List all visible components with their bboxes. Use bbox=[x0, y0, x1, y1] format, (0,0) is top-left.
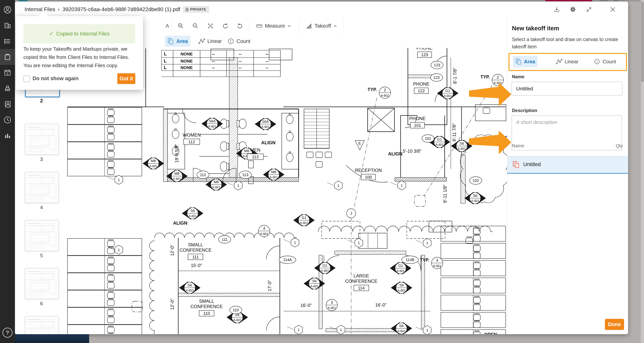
background-glyph bbox=[613, 0, 618, 1]
page-thumbnails: 234567 bbox=[15, 48, 63, 334]
sidebar-item-help[interactable]: ? bbox=[0, 328, 15, 338]
svg-text:A-601: A-601 bbox=[149, 165, 158, 168]
help-icon: ? bbox=[2, 328, 12, 338]
description-input[interactable] bbox=[512, 116, 622, 150]
svg-text:A-601: A-601 bbox=[398, 289, 406, 292]
svg-text:NONE: NONE bbox=[180, 52, 193, 56]
area-icon bbox=[167, 38, 174, 45]
chevron-down-icon bbox=[287, 24, 291, 28]
svg-text:5'-10 3/8": 5'-10 3/8" bbox=[403, 149, 422, 154]
thumbnail-page-5[interactable] bbox=[25, 220, 59, 251]
sidebar-item-history[interactable] bbox=[0, 112, 15, 128]
svg-text:G1: G1 bbox=[398, 264, 403, 268]
zoom-in-button[interactable] bbox=[177, 22, 184, 30]
svg-text:19'-9 5/8": 19'-9 5/8" bbox=[174, 144, 179, 163]
expand-icon bbox=[586, 6, 592, 13]
rotate-cw-button[interactable] bbox=[222, 22, 229, 30]
svg-text:SMALL: SMALL bbox=[199, 298, 214, 304]
svg-text:S6: S6 bbox=[473, 194, 477, 198]
panel-count-tool[interactable]: 1 Count bbox=[592, 56, 618, 67]
svg-text:1: 1 bbox=[298, 328, 300, 332]
svg-text:G1: G1 bbox=[445, 89, 450, 93]
thumbnail-page-6[interactable] bbox=[25, 268, 59, 299]
download-icon bbox=[553, 6, 560, 13]
sidebar-item-reports[interactable] bbox=[0, 128, 15, 144]
clock-icon bbox=[3, 116, 12, 124]
linear-tool-button[interactable]: Linear bbox=[198, 36, 222, 47]
svg-text:A-601: A-601 bbox=[494, 81, 502, 85]
svg-text:17'-0": 17'-0" bbox=[267, 280, 272, 291]
do-not-show-checkbox[interactable] bbox=[24, 76, 30, 82]
got-it-button[interactable]: Got it bbox=[117, 73, 135, 84]
svg-text:123: 123 bbox=[421, 52, 428, 57]
thumbnail-label: 6 bbox=[25, 301, 58, 306]
page-scrollbar-thumb[interactable] bbox=[641, 2, 644, 82]
expand-button[interactable] bbox=[585, 6, 593, 13]
sidebar-item-selections[interactable] bbox=[0, 81, 15, 96]
clipboard-icon bbox=[3, 53, 12, 61]
thumbnail-page-7[interactable] bbox=[25, 316, 59, 334]
svg-text:A-601: A-601 bbox=[208, 125, 216, 128]
svg-text:1: 1 bbox=[237, 184, 240, 188]
partial-text-tool[interactable]: A bbox=[166, 23, 169, 29]
svg-text:TYP.: TYP. bbox=[480, 75, 490, 79]
done-button[interactable]: Done bbox=[605, 319, 624, 330]
count-tool-button[interactable]: 1 Count bbox=[226, 36, 252, 47]
svg-text:110: 110 bbox=[203, 311, 210, 316]
svg-text:A-601: A-601 bbox=[328, 306, 336, 310]
count-icon: 1 bbox=[594, 58, 600, 65]
panel-linear-tool[interactable]: Linear bbox=[556, 56, 579, 67]
popup-body: To keep your Takeoffs and Markups privat… bbox=[24, 45, 138, 70]
svg-text:12'-0": 12'-0" bbox=[170, 245, 175, 256]
sidebar-item-user[interactable] bbox=[0, 2, 15, 18]
svg-text:102: 102 bbox=[472, 178, 479, 183]
svg-text:L: L bbox=[164, 58, 167, 64]
svg-text:3: 3 bbox=[330, 300, 333, 304]
svg-text:S6: S6 bbox=[188, 283, 192, 287]
svg-text:A-601: A-601 bbox=[212, 186, 220, 189]
svg-text:1: 1 bbox=[426, 241, 428, 245]
background-page-accent bbox=[545, 0, 592, 1]
download-button[interactable] bbox=[553, 6, 560, 13]
sidebar-item-contacts[interactable] bbox=[0, 96, 15, 112]
svg-text:A-601: A-601 bbox=[396, 269, 405, 273]
takeoff-item-row[interactable]: Untitled bbox=[507, 156, 628, 174]
takeoff-menu[interactable]: Takeoff bbox=[299, 17, 344, 35]
svg-text:S6A: S6A bbox=[262, 120, 269, 124]
drawing-canvas[interactable]: LNONE------LNONE------LNONE------S6AA-60… bbox=[63, 48, 507, 334]
sidebar-item-company[interactable] bbox=[0, 18, 15, 33]
svg-text:100: 100 bbox=[365, 175, 372, 180]
svg-text:OPEN: OPEN bbox=[484, 332, 497, 334]
settings-button[interactable] bbox=[569, 6, 577, 13]
sidebar-item-takeoffs[interactable] bbox=[0, 49, 15, 65]
measure-menu[interactable]: Measure bbox=[256, 17, 291, 35]
zoom-out-button[interactable] bbox=[192, 22, 199, 30]
svg-text:--: -- bbox=[212, 52, 215, 56]
svg-text:4: 4 bbox=[436, 258, 438, 262]
sidebar-item-calendar[interactable]: 3 bbox=[0, 65, 15, 81]
close-button[interactable] bbox=[609, 6, 616, 13]
thumbnail-label: 2 bbox=[25, 98, 58, 104]
svg-text:S6A: S6A bbox=[209, 119, 216, 123]
svg-text:M8: M8 bbox=[214, 180, 219, 184]
svg-text:--: -- bbox=[239, 52, 242, 56]
thumbnail-page-4[interactable] bbox=[25, 172, 59, 203]
buildings-icon bbox=[3, 21, 12, 30]
rotate-ccw-button[interactable] bbox=[236, 22, 244, 30]
thumbnail-label: 5 bbox=[25, 253, 58, 259]
fit-screen-button[interactable] bbox=[206, 22, 214, 30]
breadcrumb: Internal Files › 39203975-c6aa-4eb6-988f… bbox=[24, 2, 209, 17]
svg-text:G1: G1 bbox=[322, 263, 327, 267]
panel-area-tool[interactable]: Area bbox=[513, 56, 538, 67]
thumbnail-page-3[interactable] bbox=[25, 124, 59, 155]
svg-text:2: 2 bbox=[384, 88, 386, 92]
sidebar-item-list[interactable] bbox=[0, 33, 15, 49]
svg-text:--: -- bbox=[266, 59, 268, 64]
svg-text:NONE: NONE bbox=[180, 65, 193, 70]
name-input[interactable] bbox=[512, 82, 622, 96]
header-actions bbox=[553, 2, 616, 17]
svg-text:3: 3 bbox=[7, 72, 8, 75]
area-tool-button[interactable]: Area bbox=[165, 36, 190, 47]
svg-text:G1: G1 bbox=[437, 137, 442, 141]
svg-text:A-601: A-601 bbox=[381, 94, 389, 97]
